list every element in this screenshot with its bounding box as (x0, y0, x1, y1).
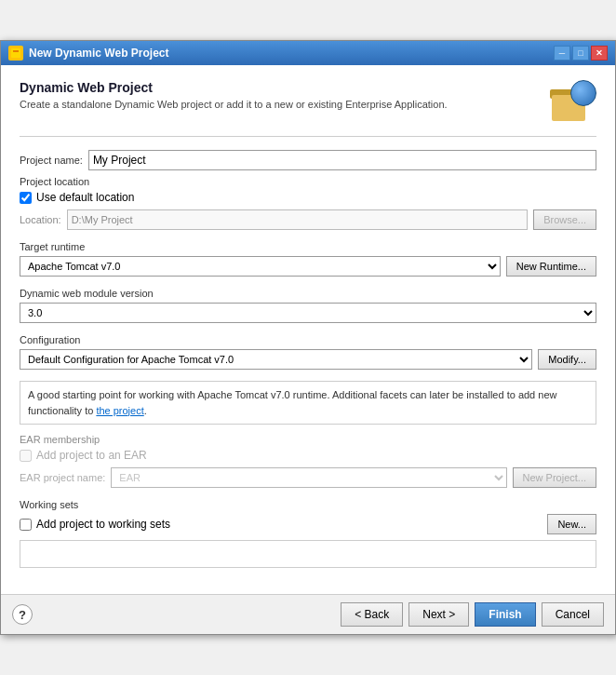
location-label: Location: (20, 214, 61, 225)
maximize-button[interactable]: □ (572, 46, 589, 61)
module-version-select[interactable]: 3.0 2.5 2.4 2.3 (20, 303, 596, 323)
finish-button[interactable]: Finish (475, 602, 535, 627)
project-name-label: Project name: (20, 155, 83, 166)
use-default-row: Use default location (20, 191, 596, 204)
new-project-button[interactable]: New Project... (513, 467, 596, 488)
module-version-section: Dynamic web module version 3.0 2.5 2.4 2… (20, 288, 596, 323)
svg-rect-0 (11, 48, 20, 58)
target-runtime-label: Target runtime (20, 241, 596, 252)
location-row: Location: Browse... (20, 209, 596, 230)
svg-rect-1 (13, 50, 19, 52)
location-input[interactable] (67, 209, 528, 230)
working-sets-list-container (20, 540, 596, 568)
configuration-description: A good starting point for working with A… (20, 381, 596, 425)
page-title: Dynamic Web Project (20, 80, 448, 95)
browse-button[interactable]: Browse... (533, 209, 596, 230)
target-runtime-section: Target runtime Apache Tomcat v7.0 None N… (20, 241, 596, 277)
ear-section: EAR membership Add project to an EAR EAR… (20, 434, 596, 488)
configuration-section: Configuration Default Configuration for … (20, 334, 596, 370)
working-sets-row: Add project to working sets New... (20, 514, 596, 534)
target-runtime-select[interactable]: Apache Tomcat v7.0 None (20, 256, 501, 277)
working-sets-new-button[interactable]: New... (547, 514, 596, 534)
header-divider (20, 136, 596, 137)
globe-icon (570, 80, 596, 106)
bottom-buttons: < Back Next > Finish Cancel (341, 602, 604, 627)
target-runtime-row: Apache Tomcat v7.0 None New Runtime... (20, 256, 596, 277)
title-bar-left: New Dynamic Web Project (8, 46, 169, 61)
working-sets-add-label: Add project to working sets (36, 518, 170, 531)
page-header-text: Dynamic Web Project Create a standalone … (20, 80, 448, 110)
ear-project-row: EAR project name: EAR New Project... (20, 467, 596, 488)
configuration-row: Default Configuration for Apache Tomcat … (20, 349, 596, 370)
working-sets-list (20, 540, 596, 568)
working-sets-label: Working sets (20, 499, 596, 510)
title-bar-controls: ─ □ ✕ (554, 46, 608, 61)
new-runtime-button[interactable]: New Runtime... (506, 256, 596, 277)
ear-project-select[interactable]: EAR (111, 467, 506, 488)
cancel-button[interactable]: Cancel (542, 602, 604, 627)
ear-add-row: Add project to an EAR (20, 449, 596, 462)
ear-add-label: Add project to an EAR (36, 449, 147, 462)
close-button[interactable]: ✕ (591, 46, 608, 61)
back-button[interactable]: < Back (341, 602, 403, 627)
page-header: Dynamic Web Project Create a standalone … (20, 80, 596, 125)
window-icon (8, 46, 23, 61)
header-icon (552, 80, 596, 125)
use-default-label: Use default location (36, 191, 134, 204)
dialog-window: New Dynamic Web Project ─ □ ✕ Dynamic We… (0, 40, 616, 635)
ear-project-label: EAR project name: (20, 472, 105, 483)
project-location-label: Project location (20, 176, 596, 187)
ear-label: EAR membership (20, 434, 596, 445)
modify-button[interactable]: Modify... (538, 349, 596, 370)
next-button[interactable]: Next > (408, 602, 469, 627)
description-end: . (144, 405, 147, 416)
ear-add-checkbox[interactable] (20, 450, 32, 462)
minimize-button[interactable]: ─ (554, 46, 570, 61)
page-description: Create a standalone Dynamic Web project … (20, 99, 448, 110)
window-title: New Dynamic Web Project (29, 47, 169, 60)
description-link[interactable]: the project (96, 405, 143, 416)
project-location-section: Project location Use default location Lo… (20, 176, 596, 230)
bottom-bar: ? < Back Next > Finish Cancel (1, 594, 615, 634)
use-default-checkbox[interactable] (20, 192, 32, 204)
configuration-select[interactable]: Default Configuration for Apache Tomcat … (20, 349, 532, 370)
content-area: Dynamic Web Project Create a standalone … (1, 65, 615, 594)
module-version-label: Dynamic web module version (20, 288, 596, 299)
help-button[interactable]: ? (12, 604, 33, 625)
working-sets-section: Working sets Add project to working sets… (20, 499, 596, 568)
title-bar: New Dynamic Web Project ─ □ ✕ (1, 41, 615, 65)
configuration-label: Configuration (20, 334, 596, 345)
project-name-input[interactable] (88, 150, 596, 170)
project-name-row: Project name: (20, 150, 596, 170)
working-sets-checkbox[interactable] (20, 519, 32, 531)
